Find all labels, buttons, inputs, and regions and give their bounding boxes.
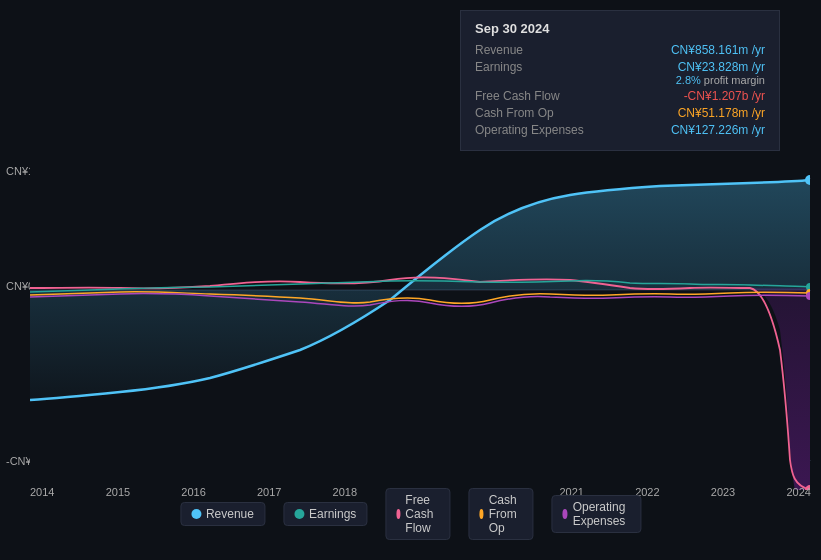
legend: Revenue Earnings Free Cash Flow Cash Fro… (180, 488, 641, 540)
legend-dot-cashop (479, 509, 483, 519)
legend-dot-earnings (294, 509, 304, 519)
tooltip-value-cashop: CN¥51.178m /yr (678, 106, 765, 120)
legend-item-revenue[interactable]: Revenue (180, 502, 265, 526)
legend-dot-revenue (191, 509, 201, 519)
tooltip-value-fcf: -CN¥1.207b /yr (684, 89, 765, 103)
tooltip-value-opex: CN¥127.226m /yr (671, 123, 765, 137)
tooltip-label-cashop: Cash From Op (475, 106, 595, 120)
legend-dot-opex (562, 509, 567, 519)
tooltip-row-revenue: Revenue CN¥858.161m /yr (475, 43, 765, 57)
legend-label-earnings: Earnings (309, 507, 356, 521)
x-label-2023: 2023 (711, 486, 735, 498)
tooltip-label-opex: Operating Expenses (475, 123, 595, 137)
chart-container: Sep 30 2024 Revenue CN¥858.161m /yr Earn… (0, 0, 821, 560)
legend-dot-fcf (396, 509, 400, 519)
legend-item-opex[interactable]: Operating Expenses (551, 495, 641, 533)
tooltip-label-earnings: Earnings (475, 60, 595, 74)
legend-label-cashop: Cash From Op (489, 493, 523, 535)
legend-label-fcf: Free Cash Flow (405, 493, 439, 535)
tooltip-row-cashop: Cash From Op CN¥51.178m /yr (475, 106, 765, 120)
tooltip-row-fcf: Free Cash Flow -CN¥1.207b /yr (475, 89, 765, 103)
tooltip-date: Sep 30 2024 (475, 21, 765, 36)
x-label-2024: 2024 (786, 486, 810, 498)
chart-svg (30, 150, 810, 490)
legend-item-cashop[interactable]: Cash From Op (468, 488, 533, 540)
legend-label-opex: Operating Expenses (573, 500, 630, 528)
x-label-2015: 2015 (106, 486, 130, 498)
tooltip-sub-margin: 2.8% profit margin (676, 74, 765, 86)
tooltip-card: Sep 30 2024 Revenue CN¥858.161m /yr Earn… (460, 10, 780, 151)
legend-item-earnings[interactable]: Earnings (283, 502, 367, 526)
legend-label-revenue: Revenue (206, 507, 254, 521)
tooltip-label-revenue: Revenue (475, 43, 595, 57)
tooltip-row-earnings: Earnings CN¥23.828m /yr 2.8% profit marg… (475, 60, 765, 86)
legend-item-fcf[interactable]: Free Cash Flow (385, 488, 450, 540)
tooltip-value-earnings: CN¥23.828m /yr (676, 60, 765, 74)
tooltip-label-fcf: Free Cash Flow (475, 89, 595, 103)
tooltip-row-opex: Operating Expenses CN¥127.226m /yr (475, 123, 765, 137)
x-label-2014: 2014 (30, 486, 54, 498)
tooltip-value-revenue: CN¥858.161m /yr (671, 43, 765, 57)
